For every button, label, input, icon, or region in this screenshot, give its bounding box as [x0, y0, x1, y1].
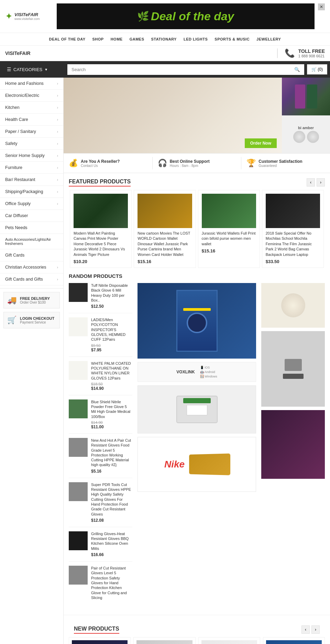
- search-input[interactable]: [67, 64, 290, 75]
- banner-text: Deal of the day: [151, 10, 234, 23]
- order-now-button[interactable]: Order Now: [245, 138, 277, 148]
- nav-sports[interactable]: SPORTS & MUSIC: [214, 37, 250, 41]
- featured-next-button[interactable]: ›: [317, 178, 325, 187]
- sidebar-item-bar-restaurant[interactable]: Bar/ Restaurant›: [0, 174, 63, 186]
- sidebar-item-auto-accessories[interactable]: Auto Accessories/Lights/Air fresheners: [0, 234, 63, 249]
- random-center-printer[interactable]: [138, 385, 256, 433]
- list-item[interactable]: Super PDR Tools Cut Resistant Gloves HPP…: [69, 482, 132, 527]
- trophy-icon: 🏆: [246, 159, 256, 168]
- nav-games[interactable]: GAMES: [130, 37, 144, 41]
- new-product-card[interactable]: YEPO: [69, 637, 131, 644]
- product-info: WHITE PALM COATED POLYURETHANE ON WHITE …: [91, 361, 132, 391]
- logo-sub: www.visitefair.com: [14, 17, 40, 21]
- list-item[interactable]: LADIES/Men POLY/COTTON INSPECTOR'S GLOVE…: [69, 317, 132, 357]
- sidebar-item-gift-gifts[interactable]: Gift Cards and Gifts›: [0, 273, 63, 285]
- new-products-next-button[interactable]: ›: [311, 625, 320, 634]
- banner: 🌿 Deal of the day: [57, 3, 315, 29]
- login-checkout-banner[interactable]: 🛒 LOGIN CHECKOUT Payment Service: [3, 312, 60, 328]
- featured-products-grid: Modern Wall Art Painting Canvas Print Mo…: [64, 190, 330, 268]
- top-header: ✦ VISITeFAIR www.visitefair.com 🌿 Deal o…: [0, 0, 330, 33]
- sidebar-item-furniture[interactable]: Furniture›: [0, 162, 63, 174]
- product-price: $15.16: [202, 248, 256, 253]
- product-image: [138, 194, 192, 228]
- product-image: [74, 194, 128, 228]
- hero-main-image: Order Now: [64, 78, 282, 153]
- sidebar-item-home-fashions[interactable]: Home and Fashions›: [0, 78, 63, 90]
- content-area: Order Now bi amber: [64, 78, 330, 644]
- sidebar-item-christian[interactable]: Christian Accessories›: [0, 261, 63, 273]
- random-center-image-machine[interactable]: [138, 283, 256, 359]
- list-item[interactable]: Blue Shield Nitrile Powder Free Glove 5 …: [69, 399, 132, 434]
- info-satisfaction-title: Customer Satisfaction: [258, 159, 302, 164]
- list-item[interactable]: Grilling Gloves-Heat Resistant Gloves BB…: [69, 531, 132, 562]
- nav-led[interactable]: LED LIGHTS: [184, 37, 208, 41]
- nav-stationary[interactable]: STATIONARY: [151, 37, 177, 41]
- categories-icon: ☰: [7, 67, 11, 72]
- random-layout: Tuff Nitrile Disposable Black Glove 6 Mi…: [69, 283, 325, 610]
- list-item[interactable]: Tuff Nitrile Disposable Black Glove 6 Mi…: [69, 283, 132, 313]
- categories-button[interactable]: ☰ CATEGORIES ▼: [3, 64, 65, 75]
- sidebar-item-safety[interactable]: Safety›: [0, 138, 63, 150]
- random-center-nike[interactable]: Nike: [138, 437, 256, 492]
- new-products-grid: YEPO YEPO intel: [69, 637, 325, 644]
- hero-image-uniforms: [282, 78, 330, 115]
- product-info: Blue Shield Nitrile Powder Free Glove 5 …: [91, 399, 132, 429]
- new-products-prev-button[interactable]: ‹: [301, 625, 310, 634]
- new-product-image: [201, 640, 257, 644]
- product-card[interactable]: New cartoon Movies The LOST WORLD Cartoo…: [134, 190, 196, 268]
- sidebar-menu: Home and Fashions› Electronic/Electric› …: [0, 78, 63, 285]
- nav-shop[interactable]: SHOP: [92, 37, 103, 41]
- chevron-down-icon: ▼: [44, 68, 48, 71]
- logo[interactable]: ✦ VISITeFAIR www.visitefair.com: [5, 11, 53, 22]
- product-price: $33.50: [266, 259, 320, 264]
- sidebar-item-pets[interactable]: Pets Needs: [0, 222, 63, 234]
- chevron-right-icon: ›: [57, 265, 58, 269]
- search-button[interactable]: 🔍: [290, 64, 304, 75]
- featured-prev-button[interactable]: ‹: [307, 178, 315, 187]
- product-card[interactable]: Modern Wall Art Painting Canvas Print Mo…: [70, 190, 132, 268]
- product-thumbnail: [69, 317, 88, 336]
- close-button[interactable]: ✕: [318, 3, 325, 10]
- list-item[interactable]: New And Hot A Pair Cut Resistant Gloves …: [69, 438, 132, 478]
- new-products-title: NEW PRODUCTS: [74, 626, 119, 634]
- product-card[interactable]: Jurassic World Wallets Full Print coin b…: [198, 190, 260, 268]
- categories-label: CATEGORIES: [13, 67, 42, 72]
- sidebar-item-kitchen[interactable]: Kitchen›: [0, 102, 63, 114]
- new-product-card[interactable]: YEPO: [133, 637, 195, 644]
- chevron-right-icon: ›: [57, 178, 58, 182]
- random-right-camera[interactable]: [261, 331, 325, 407]
- nav-jewellery[interactable]: JEWELLERY: [256, 37, 281, 41]
- list-item[interactable]: WHITE PALM COATED POLYURETHANE ON WHITE …: [69, 361, 132, 395]
- product-image: [266, 194, 320, 228]
- sidebar-item-senior-home[interactable]: Senior Home Supply›: [0, 150, 63, 162]
- random-products-list: Tuff Nitrile Disposable Black Glove 6 Mi…: [69, 283, 132, 610]
- sidebar-item-office-supply[interactable]: Office Supply›: [0, 198, 63, 210]
- phone-icon: 📞: [285, 48, 295, 58]
- info-reseller-sub: Contact Us: [81, 164, 120, 168]
- sidebar-item-gift-cards[interactable]: Gift Cards: [0, 249, 63, 261]
- sidebar-item-paper-sanitary[interactable]: Paper / Sanitary›: [0, 126, 63, 138]
- random-right-paper-roll[interactable]: [261, 283, 325, 328]
- sidebar-item-car-diffuser[interactable]: Car Diffuser: [0, 210, 63, 222]
- sidebar-item-electronic[interactable]: Electronic/Electric›: [0, 90, 63, 102]
- product-card[interactable]: 2018 Sale Special Offer No Mochilas Scho…: [262, 190, 324, 268]
- new-product-card[interactable]: intel: [263, 637, 325, 644]
- info-support: 🎧 Best Online Support Hours : 8am - 8pm: [153, 157, 242, 169]
- sidebar-item-health-care[interactable]: Health Care›: [0, 114, 63, 126]
- sidebar-item-shipping[interactable]: Shipping/Packaging›: [0, 186, 63, 198]
- hero-right-images: bi amber: [282, 78, 330, 153]
- info-reseller-title: Are You A Reseller?: [81, 159, 120, 164]
- nav-home[interactable]: HOME: [111, 37, 123, 41]
- nav-deal[interactable]: DEAL OF THE DAY: [49, 37, 86, 41]
- random-center-brands: VOXLINK 📱 iOS 🤖 Android 🪟 Windows: [138, 362, 256, 382]
- random-right-lady[interactable]: [261, 410, 325, 479]
- list-item[interactable]: Pair of Cut Resistant Gloves Level 5 Pro…: [69, 566, 132, 606]
- cart-button[interactable]: 🛒 (0): [307, 64, 327, 75]
- product-title: 2018 Sale Special Offer No Mochilas Scho…: [266, 231, 320, 257]
- new-product-card[interactable]: [198, 637, 260, 644]
- money-icon: 💰: [69, 159, 78, 168]
- chevron-right-icon: ›: [57, 142, 58, 146]
- product-thumbnail: [69, 361, 88, 380]
- product-title: Jurassic World Wallets Full Print coin b…: [202, 231, 256, 247]
- hero-image-jewellery: bi amber: [282, 115, 330, 153]
